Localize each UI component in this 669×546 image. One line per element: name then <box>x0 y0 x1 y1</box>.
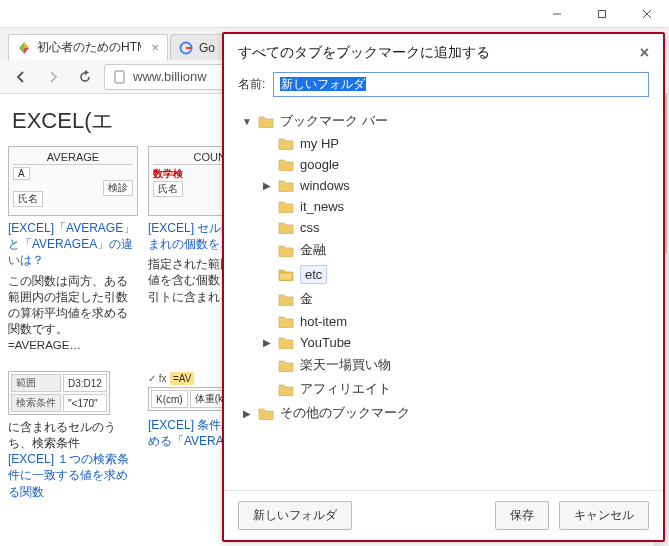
thumbnail: 範囲D3:D12 検索条件"<170" <box>8 371 110 415</box>
tree-node[interactable]: アフィリエイト <box>262 377 649 401</box>
tree-node-bookmark-bar[interactable]: ▼ ブックマーク バー <box>242 109 649 133</box>
tree-label: my HP <box>300 136 339 151</box>
name-label: 名前: <box>238 76 265 93</box>
tree-node[interactable]: it_news <box>262 196 649 217</box>
window-minimize-button[interactable] <box>534 0 579 28</box>
tree-node[interactable]: 金融 <box>262 238 649 262</box>
tree-node[interactable]: my HP <box>262 133 649 154</box>
dialog-title: すべてのタブをブックマークに追加する <box>238 44 490 62</box>
expand-icon[interactable]: ▶ <box>242 408 252 419</box>
article-card: AVERAGE A 検診 氏名 [EXCEL]「AVERAGE」と「AVERAG… <box>8 146 138 353</box>
tree-node[interactable]: etc <box>262 262 649 287</box>
folder-icon <box>278 359 294 372</box>
folder-icon <box>278 158 294 171</box>
tree-node[interactable]: css <box>262 217 649 238</box>
svg-rect-5 <box>115 71 124 83</box>
article-link[interactable]: [EXCEL] １つの検索条件に一致する値を求める関数 <box>8 451 138 500</box>
collapse-icon[interactable]: ▼ <box>242 116 252 127</box>
folder-icon <box>278 179 294 192</box>
article-desc: この関数は両方、ある範囲内の指定した引数の算術平均値を求める関数です。 <box>8 273 138 337</box>
article-link[interactable]: [EXCEL]「AVERAGE」と「AVERAGEA」の違いは？ <box>8 220 138 269</box>
back-button[interactable] <box>8 64 34 90</box>
folder-icon <box>278 244 294 257</box>
tree-label: css <box>300 220 320 235</box>
tree-label: 金融 <box>300 241 326 259</box>
browser-tab-0[interactable]: 初心者のためのHTM × <box>8 34 168 60</box>
tree-node-other-bookmarks[interactable]: ▶ その他のブックマーク <box>242 401 649 425</box>
tab-close-icon[interactable]: × <box>151 40 159 55</box>
folder-tree[interactable]: ▼ ブックマーク バー my HPgoogle▶windowsit_newscs… <box>224 105 663 490</box>
article-card: 範囲D3:D12 検索条件"<170" に含まれるセルのうち、検索条件 [EXC… <box>8 371 138 504</box>
dialog-button-row: 新しいフォルダ 保存 キャンセル <box>224 490 663 540</box>
tree-label: windows <box>300 178 350 193</box>
window-maximize-button[interactable] <box>579 0 624 28</box>
tree-label: google <box>300 157 339 172</box>
bookmark-all-dialog: すべてのタブをブックマークに追加する × 名前: 新しいフォルダ ▼ ブックマー… <box>222 32 665 542</box>
tree-label: hot-item <box>300 314 347 329</box>
expand-icon[interactable]: ▶ <box>262 180 272 191</box>
tree-node[interactable]: 金 <box>262 287 649 311</box>
window-titlebar <box>0 0 669 28</box>
tab-title: 初心者のためのHTM <box>37 39 141 56</box>
folder-icon <box>278 383 294 396</box>
tab-title: Go <box>199 41 215 55</box>
folder-icon <box>278 137 294 150</box>
folder-icon <box>278 315 294 328</box>
tree-label: 金 <box>300 290 313 308</box>
cancel-button[interactable]: キャンセル <box>559 501 649 530</box>
google-icon <box>179 41 193 55</box>
tree-label: アフィリエイト <box>300 380 391 398</box>
browser-tab-1[interactable]: Go <box>170 34 224 60</box>
folder-icon <box>278 221 294 234</box>
address-text: www.billionw <box>133 69 207 84</box>
tree-label: YouTube <box>300 335 351 350</box>
tree-label: it_news <box>300 199 344 214</box>
tree-label: 楽天一場買い物 <box>300 356 391 374</box>
tree-label: その他のブックマーク <box>280 404 410 422</box>
folder-icon <box>278 293 294 306</box>
tree-node[interactable]: ▶windows <box>262 175 649 196</box>
folder-icon <box>258 115 274 128</box>
folder-icon <box>278 268 294 281</box>
tree-label: etc <box>300 265 327 284</box>
folder-icon <box>278 200 294 213</box>
tree-node[interactable]: hot-item <box>262 311 649 332</box>
forward-button[interactable] <box>40 64 66 90</box>
new-folder-button[interactable]: 新しいフォルダ <box>238 501 352 530</box>
save-button[interactable]: 保存 <box>495 501 549 530</box>
tree-label: ブックマーク バー <box>280 112 388 130</box>
reload-button[interactable] <box>72 64 98 90</box>
folder-icon <box>278 336 294 349</box>
thumbnail: AVERAGE A 検診 氏名 <box>8 146 138 216</box>
dialog-close-button[interactable]: × <box>640 44 649 62</box>
folder-icon <box>258 407 274 420</box>
tree-node[interactable]: 楽天一場買い物 <box>262 353 649 377</box>
window-close-button[interactable] <box>624 0 669 28</box>
tree-node[interactable]: ▶YouTube <box>262 332 649 353</box>
expand-icon[interactable]: ▶ <box>262 337 272 348</box>
tree-node[interactable]: google <box>262 154 649 175</box>
page-icon <box>113 70 127 84</box>
site-icon <box>17 41 31 55</box>
svg-rect-1 <box>598 10 605 17</box>
folder-name-input[interactable]: 新しいフォルダ <box>273 72 649 97</box>
